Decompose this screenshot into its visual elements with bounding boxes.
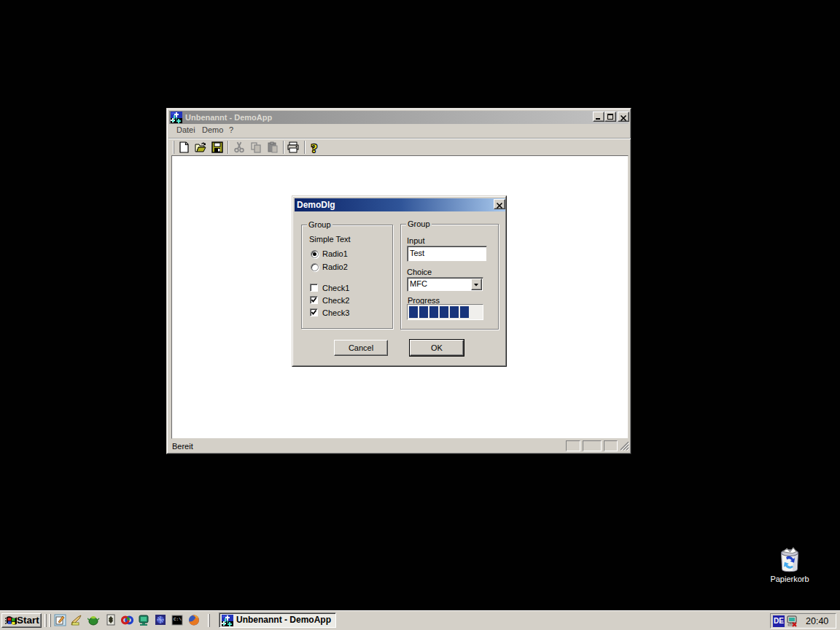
svg-text:C:\: C:\ bbox=[174, 617, 182, 622]
svg-text:?: ? bbox=[311, 141, 318, 153]
